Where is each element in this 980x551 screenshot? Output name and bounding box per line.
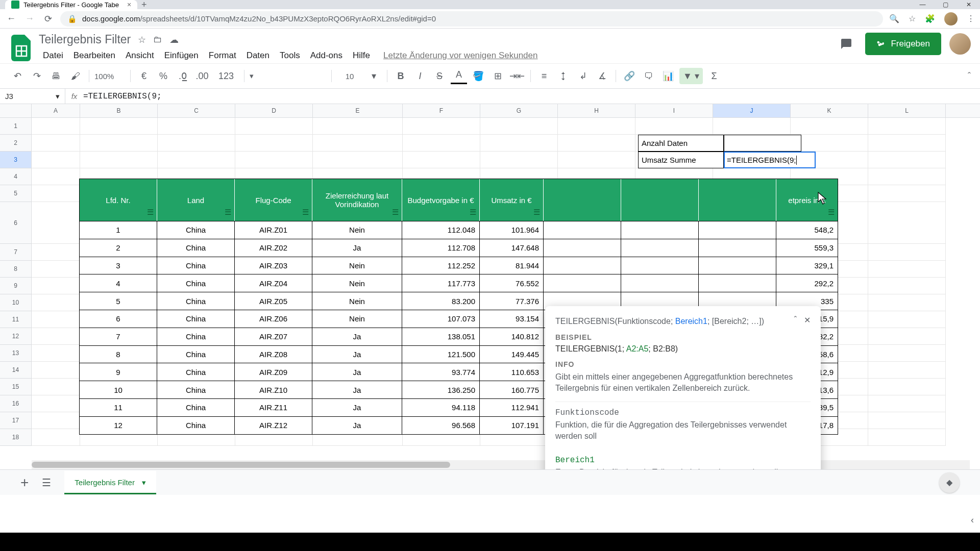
cell[interactable] (868, 362, 946, 379)
cell[interactable] (868, 379, 946, 395)
filter-icon[interactable]: ☰ (302, 208, 309, 217)
cell[interactable] (868, 168, 946, 185)
col-header-a[interactable]: A (32, 104, 80, 117)
table-cell[interactable]: 149.445 (480, 345, 544, 363)
cell[interactable] (868, 345, 946, 362)
select-all-cell[interactable] (0, 104, 32, 117)
text-color-button[interactable]: A (451, 68, 467, 84)
table-cell[interactable]: 101.964 (480, 221, 544, 239)
cell[interactable] (235, 152, 313, 168)
table-cell[interactable]: AIR.Z06 (235, 310, 312, 328)
filter-icon[interactable]: ☰ (225, 208, 231, 217)
menu-format[interactable]: Format (205, 48, 240, 63)
filter-icon[interactable]: ☰ (147, 208, 154, 217)
table-cell[interactable]: AIR.Z11 (235, 398, 312, 416)
close-tab-icon[interactable]: × (127, 1, 131, 9)
table-cell[interactable]: 3 (80, 257, 157, 274)
paint-format-button[interactable]: 🖌 (67, 68, 84, 84)
table-cell[interactable]: 8 (80, 345, 157, 363)
cell[interactable] (32, 168, 80, 185)
table-cell[interactable]: China (157, 257, 235, 274)
table-header[interactable]: etpreis in €☰ (776, 179, 838, 221)
row-header-17[interactable]: 17 (0, 412, 32, 429)
col-header-g[interactable]: G (480, 104, 558, 117)
strikethrough-button[interactable]: S (431, 68, 448, 84)
functions-button[interactable]: Σ (706, 68, 722, 84)
bold-button[interactable]: B (393, 68, 409, 84)
table-cell[interactable]: 117.773 (402, 274, 480, 292)
table-cell[interactable]: 112.708 (402, 239, 480, 257)
v-align-button[interactable]: ⭥ (555, 68, 572, 84)
more-formats-button[interactable]: 123 (213, 68, 239, 84)
table-cell[interactable]: 93.774 (402, 363, 480, 381)
col-header-e[interactable]: E (313, 104, 403, 117)
table-cell[interactable]: 559,3 (776, 239, 838, 257)
table-cell[interactable] (699, 221, 776, 239)
h-align-button[interactable]: ≡ (536, 68, 552, 84)
table-cell[interactable]: China (157, 292, 235, 310)
table-cell[interactable]: Nein (312, 221, 402, 239)
move-icon[interactable]: 🗀 (153, 34, 162, 45)
cell-j2[interactable] (724, 135, 801, 152)
add-sheet-button[interactable]: + (20, 474, 29, 491)
font-size-dropdown[interactable]: ▾ (365, 68, 382, 84)
menu-hilfe[interactable]: Hilfe (349, 48, 374, 63)
horizontal-scrollbar[interactable] (32, 460, 970, 469)
menu-tools[interactable]: Tools (276, 48, 304, 63)
account-avatar[interactable] (949, 33, 971, 55)
table-cell[interactable]: 112.941 (480, 398, 544, 416)
row-header-13[interactable]: 13 (0, 345, 32, 362)
merge-button[interactable]: ⇥⇤ (509, 68, 525, 84)
table-cell[interactable] (699, 257, 776, 274)
cell[interactable] (32, 135, 80, 152)
table-cell[interactable]: 2 (80, 239, 157, 257)
table-cell[interactable]: 11 (80, 398, 157, 416)
col-header-k[interactable]: K (791, 104, 868, 117)
cell[interactable] (868, 202, 946, 244)
maximize-button[interactable]: ▢ (934, 0, 957, 9)
table-cell[interactable]: 136.250 (402, 381, 480, 398)
row-header-5[interactable]: 5 (0, 185, 32, 202)
table-header[interactable]: Flug-Code☰ (235, 179, 312, 221)
table-cell[interactable]: 138.051 (402, 328, 480, 345)
cell[interactable] (32, 311, 80, 328)
cell[interactable] (80, 135, 158, 152)
url-input[interactable]: 🔒 docs.google.com/spreadsheets/d/10TVamq… (60, 11, 883, 27)
cell[interactable] (403, 118, 480, 135)
row-header-14[interactable]: 14 (0, 362, 32, 379)
print-button[interactable]: 🖶 (48, 68, 64, 84)
bookmark-icon[interactable]: ☆ (909, 14, 916, 23)
col-header-i[interactable]: I (635, 104, 713, 117)
row-header-7[interactable]: 7 (0, 244, 32, 261)
table-cell[interactable]: 112.252 (402, 257, 480, 274)
cell[interactable] (868, 118, 946, 135)
table-cell[interactable]: 1 (80, 221, 157, 239)
table-cell[interactable]: China (157, 345, 235, 363)
new-tab-button[interactable]: + (141, 0, 147, 10)
col-header-h[interactable]: H (558, 104, 635, 117)
cell[interactable] (403, 135, 480, 152)
table-cell[interactable]: China (157, 363, 235, 381)
table-cell[interactable]: 6 (80, 310, 157, 328)
cell[interactable] (558, 118, 635, 135)
sheet-tab-menu-icon[interactable]: ▾ (142, 478, 146, 487)
table-cell[interactable]: 94.118 (402, 398, 480, 416)
cell[interactable] (313, 135, 403, 152)
cell[interactable] (558, 152, 635, 168)
table-cell[interactable] (621, 239, 699, 257)
currency-button[interactable]: € (136, 68, 152, 84)
table-cell[interactable]: 93.154 (480, 310, 544, 328)
filter-icon[interactable]: ☰ (470, 208, 476, 217)
table-cell[interactable] (544, 239, 621, 257)
cell[interactable] (158, 135, 235, 152)
table-cell[interactable]: 4 (80, 274, 157, 292)
cell[interactable] (32, 185, 80, 202)
table-cell[interactable]: 160.775 (480, 381, 544, 398)
table-cell[interactable]: 9 (80, 363, 157, 381)
cell[interactable] (32, 202, 80, 244)
table-cell[interactable]: AIR.Z04 (235, 274, 312, 292)
cell[interactable] (32, 261, 80, 278)
minimize-button[interactable]: — (911, 0, 934, 9)
explore-button[interactable]: ◆ (939, 472, 960, 493)
star-icon[interactable]: ☆ (138, 34, 146, 45)
